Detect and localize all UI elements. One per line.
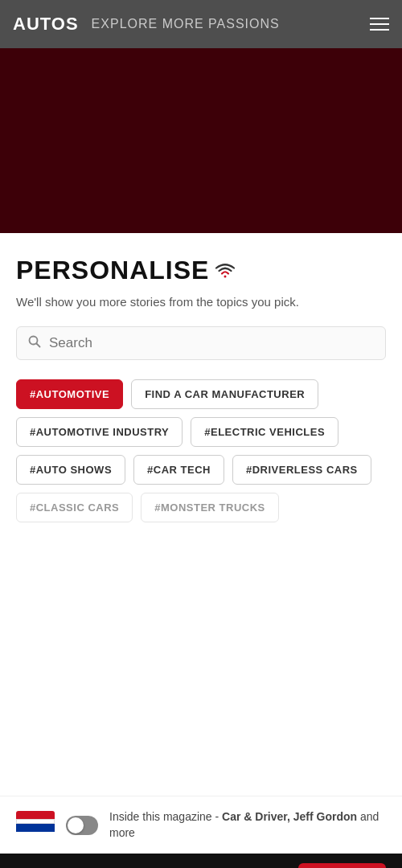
- personalise-title: PERSONALISE: [16, 256, 209, 285]
- personalise-subtitle: We'll show you more stories from the top…: [16, 293, 386, 310]
- search-input[interactable]: [49, 335, 374, 351]
- magazine-toggle[interactable]: [66, 816, 98, 835]
- action-bar: Cancel Done: [0, 854, 402, 868]
- top-bar: AUTOS EXPLORE MORE PASSIONS: [0, 0, 402, 48]
- tags-area: #AUTOMOTIVE FIND A CAR MANUFACTURER #AUT…: [16, 379, 386, 522]
- tag-electric-vehicles[interactable]: #ELECTRIC VEHICLES: [191, 417, 338, 447]
- tag-automotive[interactable]: #AUTOMOTIVE: [16, 379, 123, 409]
- magazine-text-names: Car & Driver, Jeff Gordon: [222, 810, 357, 823]
- tag-auto-shows[interactable]: #AUTO SHOWS: [16, 455, 125, 485]
- tag-driverless-cars[interactable]: #DRIVERLESS CARS: [232, 455, 371, 485]
- hamburger-menu-button[interactable]: [370, 18, 389, 31]
- nav-title-autos: AUTOS: [13, 14, 79, 35]
- personalise-header: PERSONALISE: [16, 256, 386, 285]
- tag-automotive-industry[interactable]: #AUTOMOTIVE INDUSTRY: [16, 417, 183, 447]
- tag-find-car-manufacturer[interactable]: FIND A CAR MANUFACTURER: [131, 379, 318, 409]
- nav-title-explore: EXPLORE MORE PASSIONS: [92, 17, 370, 31]
- search-icon: [28, 335, 41, 351]
- main-panel: PERSONALISE We'll show you more stories …: [0, 233, 402, 796]
- cancel-button[interactable]: Cancel: [16, 865, 61, 868]
- magazine-bar: Inside this magazine - Car & Driver, Jef…: [0, 796, 402, 854]
- tag-classic-cars[interactable]: #CLASSIC CARS: [16, 493, 133, 522]
- magazine-logo: [16, 811, 55, 840]
- tag-car-tech[interactable]: #CAR TECH: [133, 455, 224, 485]
- personalise-wifi-icon: [214, 262, 236, 280]
- hero-banner: [0, 48, 402, 233]
- done-button[interactable]: Done: [298, 863, 386, 868]
- tag-monster-trucks[interactable]: #MONSTER TRUCKS: [141, 493, 279, 522]
- magazine-info-text: Inside this magazine - Car & Driver, Jef…: [109, 809, 386, 841]
- search-container[interactable]: [16, 326, 386, 360]
- magazine-text-intro: Inside this magazine -: [109, 810, 222, 823]
- svg-line-1: [37, 344, 40, 347]
